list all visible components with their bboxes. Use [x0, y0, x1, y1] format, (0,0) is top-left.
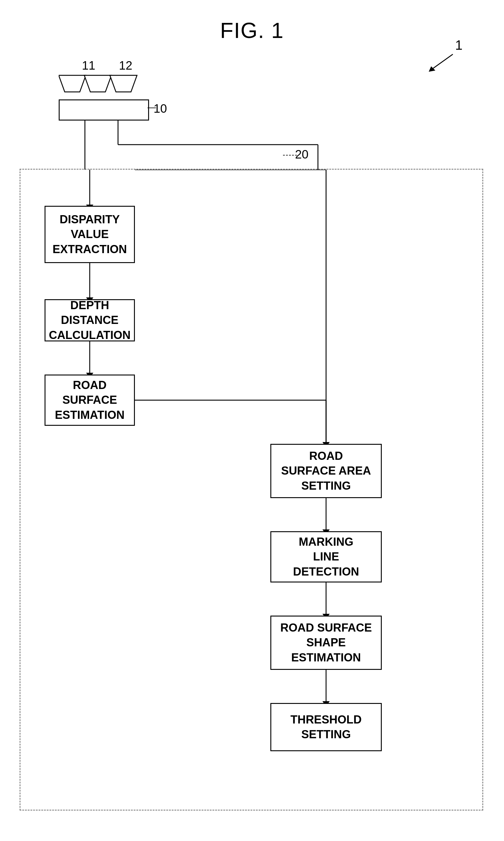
- cam-label-11: 11: [82, 59, 95, 72]
- svg-marker-4: [84, 75, 111, 92]
- box-disparity-value-extraction: DISPARITYVALUEEXTRACTION: [44, 206, 135, 263]
- box-threshold-label: THRESHOLDSETTING: [290, 712, 362, 742]
- box-road-surface-shape-estimation: ROAD SURFACESHAPEESTIMATION: [270, 616, 382, 670]
- label-10-line: [147, 105, 157, 111]
- box-disparity-label: DISPARITYVALUEEXTRACTION: [53, 212, 127, 257]
- box-road-surface-area-label: ROADSURFACE AREASETTING: [281, 449, 371, 493]
- svg-marker-3: [59, 75, 86, 92]
- cam-label-12: 12: [119, 59, 132, 72]
- ref-1-area: 1: [414, 39, 474, 75]
- box-depth-distance-calculation: DEPTHDISTANCECALCULATION: [44, 299, 135, 341]
- figure-title: FIG. 1: [220, 18, 284, 43]
- stereo-camera-box: [59, 100, 149, 121]
- box-road-surface-estimation: ROADSURFACEESTIMATION: [44, 374, 135, 426]
- box-road-surface-est-label: ROADSURFACEESTIMATION: [55, 378, 125, 422]
- svg-marker-5: [110, 75, 137, 92]
- svg-text:1: 1: [455, 39, 463, 52]
- box-marking-line-detection: MARKINGLINEDETECTION: [270, 531, 382, 582]
- box-threshold-setting: THRESHOLDSETTING: [270, 703, 382, 751]
- box-road-surface-area-setting: ROADSURFACE AREASETTING: [270, 444, 382, 498]
- box-depth-label: DEPTHDISTANCECALCULATION: [49, 298, 131, 343]
- box-marking-line-label: MARKINGLINEDETECTION: [293, 535, 359, 579]
- cam-to-disparity-left: [84, 120, 86, 170]
- main-processor-container: DISPARITYVALUEEXTRACTION DEPTHDISTANCECA…: [20, 169, 483, 810]
- camera-icons: [59, 72, 152, 97]
- cam-to-road-surface-right: [118, 120, 319, 170]
- svg-line-1: [432, 54, 453, 69]
- box-road-surface-shape-label: ROAD SURFACESHAPEESTIMATION: [280, 620, 372, 665]
- flow-connectors: [20, 170, 482, 810]
